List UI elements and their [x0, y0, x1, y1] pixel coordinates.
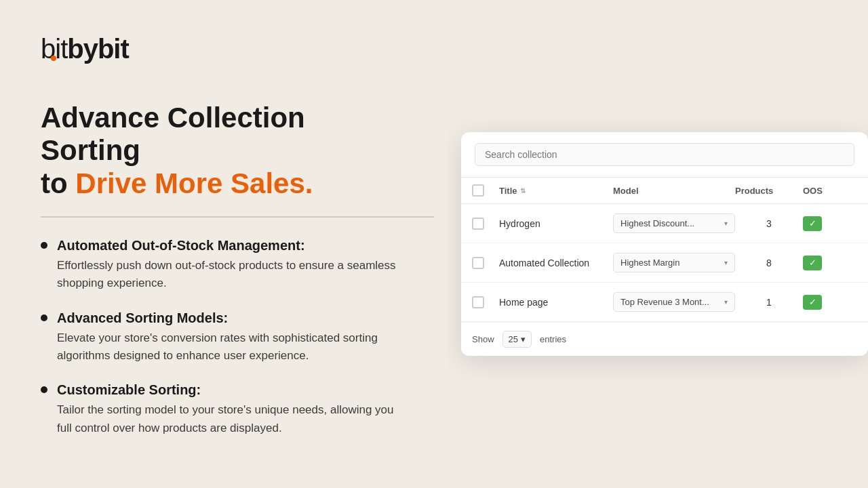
row-title: Home page [499, 297, 613, 308]
feature-title: Automated Out-of-Stock Management: [57, 237, 407, 254]
row-products: 3 [735, 218, 803, 229]
column-title-header: Title ⇅ [499, 186, 613, 196]
feature-item-out-of-stock: Automated Out-of-Stock Management: Effor… [41, 237, 407, 293]
heading-line2: to Drive More Sales. [41, 167, 407, 200]
column-model-header: Model [613, 186, 735, 196]
table-row: Home page Top Revenue 3 Mont... ▾ 1 ✓ [461, 283, 868, 322]
feature-item-customizable: Customizable Sorting: Tailor the sorting… [41, 381, 407, 437]
chevron-down-icon: ▾ [724, 259, 728, 266]
row-title: Automated Collection [499, 258, 613, 268]
column-products-header: Products [735, 186, 803, 196]
select-all-checkbox[interactable] [472, 184, 484, 197]
search-bar [461, 132, 868, 178]
oos-check-icon: ✓ [803, 256, 822, 270]
feature-title: Advanced Sorting Models: [57, 309, 407, 327]
row-model-select[interactable]: Highest Margin ▾ [613, 253, 735, 272]
row-checkbox[interactable] [472, 218, 484, 230]
feature-content: Customizable Sorting: Tailor the sorting… [57, 381, 407, 437]
feature-description: Elevate your store's conversion rates wi… [57, 329, 407, 365]
heading-line2-accent: Drive More Sales. [75, 167, 313, 199]
table-footer: Show 25 ▾ entries [461, 322, 868, 356]
chevron-down-icon: ▾ [521, 334, 526, 344]
bullet-icon [41, 386, 47, 393]
section-divider [41, 216, 434, 218]
features-list: Automated Out-of-Stock Management: Effor… [41, 237, 407, 437]
logo-bit2: bit [98, 34, 129, 64]
oos-check-icon: ✓ [803, 216, 822, 231]
oos-check-icon: ✓ [803, 295, 822, 310]
column-oos-header: OOS [803, 186, 857, 196]
show-label: Show [472, 334, 494, 344]
row-oos: ✓ [803, 295, 857, 310]
feature-content: Advanced Sorting Models: Elevate your st… [57, 309, 407, 365]
heading-line2-prefix: to [41, 167, 75, 199]
chevron-down-icon: ▾ [724, 298, 728, 306]
table-row: Automated Collection Highest Margin ▾ 8 … [461, 243, 868, 283]
heading: Advance Collection Sorting to Drive More… [41, 102, 407, 200]
row-model-select[interactable]: Highest Discount... ▾ [613, 214, 735, 233]
table-row: Hydrogen Highest Discount... ▾ 3 ✓ [461, 204, 868, 243]
heading-line1: Advance Collection Sorting [41, 102, 407, 167]
logo-by: by [67, 34, 98, 64]
sort-icon: ⇅ [520, 187, 526, 195]
search-input[interactable] [475, 143, 854, 166]
feature-content: Automated Out-of-Stock Management: Effor… [57, 237, 407, 293]
row-model-select[interactable]: Top Revenue 3 Mont... ▾ [613, 292, 735, 312]
row-products: 1 [735, 297, 803, 308]
row-checkbox[interactable] [472, 257, 484, 269]
feature-description: Effortlessly push down out-of-stock prod… [57, 257, 407, 293]
bullet-icon [41, 242, 47, 249]
table-header: Title ⇅ Model Products OOS [461, 178, 868, 204]
left-panel: bitbybit Advance Collection Sorting to D… [0, 0, 448, 488]
right-panel: Title ⇅ Model Products OOS Hydrogen High… [448, 0, 868, 488]
feature-title: Customizable Sorting: [57, 381, 407, 399]
feature-description: Tailor the sorting model to your store's… [57, 401, 407, 437]
table-card: Title ⇅ Model Products OOS Hydrogen High… [461, 132, 868, 356]
chevron-down-icon: ▾ [724, 220, 728, 227]
entries-per-page-select[interactable]: 25 ▾ [502, 331, 532, 348]
row-oos: ✓ [803, 216, 857, 231]
logo: bitbybit [41, 34, 407, 64]
entries-label: entries [540, 334, 566, 344]
bullet-icon [41, 314, 47, 321]
row-products: 8 [735, 258, 803, 268]
row-checkbox[interactable] [472, 296, 484, 308]
feature-item-sorting-models: Advanced Sorting Models: Elevate your st… [41, 309, 407, 365]
row-title: Hydrogen [499, 218, 613, 229]
row-oos: ✓ [803, 256, 857, 270]
